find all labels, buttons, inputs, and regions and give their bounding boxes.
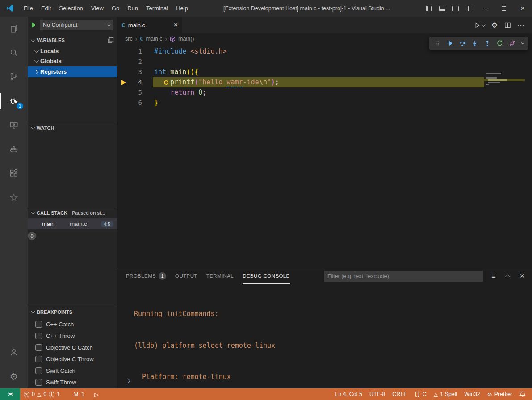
tools-status[interactable]: 1 xyxy=(70,388,88,400)
formatter-status[interactable]: ⊘ Prettier xyxy=(484,388,516,400)
breakpoint-gutter[interactable] xyxy=(117,67,130,77)
checkbox[interactable] xyxy=(35,367,42,374)
notifications-bell-icon[interactable] xyxy=(516,388,529,400)
tab-label: TERMINAL xyxy=(206,273,234,279)
watch-section-header[interactable]: WATCH xyxy=(28,123,117,133)
breakpoints-section-header[interactable]: BREAKPOINTS xyxy=(28,307,117,317)
breakpoint-gutter[interactable] xyxy=(117,46,130,57)
breakpoint-gutter[interactable] xyxy=(117,88,130,98)
run-or-debug-icon[interactable] xyxy=(474,22,485,29)
c-file-icon: C xyxy=(140,36,143,42)
code-editor[interactable]: 1 #include <stdio.h> 2 3 int main(){ 4 p… xyxy=(117,44,532,268)
accounts-icon[interactable] xyxy=(0,340,28,364)
menu-go[interactable]: Go xyxy=(108,0,123,17)
source-control-icon[interactable] xyxy=(0,65,28,89)
collapse-all-icon[interactable] xyxy=(108,37,114,43)
inline-breakpoint-icon[interactable] xyxy=(154,77,170,88)
debug-count-badge: 1 xyxy=(16,102,24,110)
menu-edit[interactable]: Edit xyxy=(37,0,55,17)
checkbox[interactable] xyxy=(35,356,42,362)
debug-status-icon[interactable]: ▷ xyxy=(91,388,102,400)
checkbox[interactable] xyxy=(35,379,42,386)
toggle-sidebar-icon[interactable] xyxy=(422,0,436,17)
star-icon[interactable]: ☆ xyxy=(0,185,28,209)
breadcrumb-file[interactable]: main.c xyxy=(146,36,163,42)
extensions-icon[interactable] xyxy=(0,161,28,185)
variables-item-locals[interactable]: Locals xyxy=(28,46,117,56)
breakpoint-row[interactable]: Swift Catch xyxy=(28,365,117,376)
split-editor-icon[interactable] xyxy=(504,22,511,29)
breakpoint-row[interactable]: Swift Throw xyxy=(28,376,117,388)
tab-main-c[interactable]: C main.c × xyxy=(117,17,182,33)
docker-icon[interactable] xyxy=(0,137,28,161)
checkbox[interactable] xyxy=(35,344,42,351)
toolbar-drag-handle[interactable] xyxy=(431,38,443,49)
problems-status[interactable]: 0 △ 0 1 xyxy=(20,388,63,400)
variables-section-header[interactable]: VARIABLES xyxy=(28,35,117,45)
tab-terminal[interactable]: TERMINAL xyxy=(206,268,234,284)
debug-config-dropdown[interactable]: No Configurat xyxy=(40,20,113,30)
cursor-position[interactable]: Ln 4, Col 5 xyxy=(331,388,365,400)
step-out-icon[interactable] xyxy=(482,38,493,49)
console-options-icon[interactable]: ≡ xyxy=(489,272,498,281)
breakpoint-row[interactable]: C++ Catch xyxy=(28,318,117,330)
more-actions-icon[interactable]: ··· xyxy=(518,22,525,29)
customize-layout-icon[interactable] xyxy=(462,0,476,17)
console-input[interactable] xyxy=(126,377,130,384)
explorer-icon[interactable] xyxy=(0,17,28,41)
breakpoint-label: Objective C Throw xyxy=(46,356,94,362)
tab-debug-console[interactable]: DEBUG CONSOLE xyxy=(243,268,290,284)
menu-run[interactable]: Run xyxy=(123,0,142,17)
chevron-down-icon[interactable] xyxy=(519,38,526,49)
step-over-icon[interactable] xyxy=(457,38,468,49)
disconnect-icon[interactable] xyxy=(507,38,518,49)
menu-help[interactable]: Help xyxy=(172,0,192,17)
menu-selection[interactable]: Selection xyxy=(55,0,87,17)
encoding-indicator[interactable]: UTF-8 xyxy=(366,388,389,400)
close-tab-icon[interactable]: × xyxy=(174,21,178,29)
console-filter-input[interactable] xyxy=(324,271,483,282)
menu-terminal[interactable]: Terminal xyxy=(142,0,172,17)
breadcrumb-folder[interactable]: src xyxy=(125,36,133,42)
search-icon[interactable] xyxy=(0,41,28,65)
tab-problems[interactable]: PROBLEMS 1 xyxy=(126,268,166,284)
start-debug-icon[interactable] xyxy=(32,22,36,28)
tab-output[interactable]: OUTPUT xyxy=(175,268,197,284)
checkbox[interactable] xyxy=(35,321,42,328)
debug-current-line-arrow-icon[interactable] xyxy=(117,77,130,88)
breakpoint-row[interactable]: Objective C Throw xyxy=(28,353,117,365)
tab-label: DEBUG CONSOLE xyxy=(243,273,290,279)
breakpoint-row[interactable]: C++ Throw xyxy=(28,330,117,342)
minimize-button[interactable] xyxy=(476,0,494,17)
maximize-button[interactable] xyxy=(494,0,513,17)
close-button[interactable]: × xyxy=(513,0,532,17)
remote-explorer-icon[interactable] xyxy=(0,113,28,137)
breakpoint-row[interactable]: Objective C Catch xyxy=(28,342,117,353)
breakpoint-gutter[interactable] xyxy=(117,98,130,108)
toggle-secondary-sidebar-icon[interactable] xyxy=(449,0,462,17)
close-panel-icon[interactable]: × xyxy=(518,272,527,281)
chevron-down-icon xyxy=(31,309,35,313)
platform-status[interactable]: Win32 xyxy=(461,388,483,400)
checkbox[interactable] xyxy=(35,333,42,339)
variables-item-globals[interactable]: Globals xyxy=(28,56,117,66)
maximize-panel-icon[interactable] xyxy=(503,272,512,281)
gear-icon[interactable]: ⚙ xyxy=(491,21,498,29)
settings-gear-icon[interactable]: ⚙ xyxy=(0,364,28,388)
menu-file[interactable]: File xyxy=(20,0,37,17)
remote-indicator[interactable]: >< xyxy=(0,388,20,400)
continue-icon[interactable] xyxy=(444,38,455,49)
call-stack-section-header[interactable]: CALL STACK Paused on st... xyxy=(28,208,117,217)
toggle-panel-icon[interactable] xyxy=(436,0,449,17)
breadcrumb-symbol[interactable]: main() xyxy=(178,36,194,42)
breakpoint-gutter[interactable] xyxy=(117,57,130,67)
variables-item-registers[interactable]: Registers xyxy=(28,66,117,77)
step-into-icon[interactable] xyxy=(469,38,480,49)
call-stack-frame[interactable]: main main.c 4:5 xyxy=(28,218,117,229)
run-and-debug-icon[interactable]: 1 xyxy=(0,89,28,113)
spell-checker-status[interactable]: △ 1 Spell xyxy=(430,388,461,400)
eol-indicator[interactable]: CRLF xyxy=(389,388,411,400)
menu-view[interactable]: View xyxy=(87,0,108,17)
restart-icon[interactable] xyxy=(494,38,505,49)
language-mode[interactable]: {} C xyxy=(411,388,430,400)
